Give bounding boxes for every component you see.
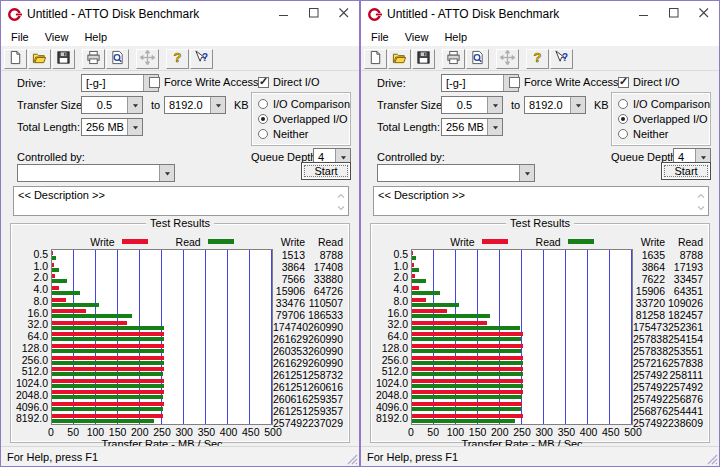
radio-neither[interactable]: Neither [258, 128, 344, 140]
value-row: 79706186533 [273, 309, 345, 321]
maximize-button[interactable] [299, 1, 329, 27]
transfer-to-select[interactable]: 8192.0 [164, 96, 226, 114]
legend-write-label: Write [450, 236, 474, 248]
menu-view[interactable]: View [397, 29, 437, 45]
radio-i-o-comparison[interactable]: I/O Comparison [618, 98, 704, 110]
chart-row [52, 354, 272, 366]
close-button[interactable] [689, 1, 719, 27]
force-write-access-checkbox[interactable]: Force Write Access [149, 76, 259, 88]
value-row: 257492258111 [633, 369, 705, 381]
dropdown-arrow-icon[interactable] [159, 165, 174, 181]
force-write-access-checkbox[interactable]: Force Write Access [509, 76, 619, 88]
dropdown-arrow-icon[interactable] [210, 97, 225, 113]
radio-circle[interactable] [258, 99, 268, 109]
chart-plot-area [411, 249, 633, 425]
open-button[interactable] [388, 49, 411, 69]
x-tick-label: 200 [491, 426, 509, 438]
radio-i-o-comparison[interactable]: I/O Comparison [258, 98, 344, 110]
total-length-select[interactable]: 256 MB [441, 118, 503, 136]
maximize-button[interactable] [659, 1, 689, 27]
checkbox-box[interactable] [149, 77, 160, 88]
menu-view[interactable]: View [37, 29, 77, 45]
result-values-column: 1635878838641719376223345715906643513372… [633, 249, 705, 425]
menu-help[interactable]: Help [76, 29, 115, 45]
description-field[interactable]: << Description >> [13, 186, 349, 216]
resize-grip-icon[interactable] [706, 453, 718, 465]
transfer-to-select[interactable]: 8192.0 [524, 96, 586, 114]
context-help-button[interactable]: ? [190, 49, 213, 69]
app-window-left: Untitled - ATTO Disk Benchmark FileViewH… [0, 0, 360, 467]
controlled-by-select[interactable] [17, 164, 175, 182]
checkbox-box[interactable] [509, 77, 520, 88]
save-button[interactable] [412, 49, 435, 69]
help-button[interactable]: ? [166, 49, 189, 69]
size-labels-column: 0.51.02.04.08.016.032.064.0128.0256.0512… [13, 249, 51, 425]
scroll-down-icon[interactable] [337, 202, 345, 214]
write-bar [412, 414, 523, 418]
transfer-from-select[interactable]: 0.5 [441, 96, 503, 114]
save-button[interactable] [52, 49, 75, 69]
radio-circle[interactable] [618, 99, 628, 109]
open-button[interactable] [28, 49, 51, 69]
drive-select[interactable]: [-g-] [441, 74, 519, 92]
legend-row: Write Read Write Read [373, 234, 705, 249]
chart-row [412, 250, 632, 262]
scroll-up-icon[interactable] [337, 190, 345, 202]
radio-circle[interactable] [258, 114, 268, 124]
direct-io-checkbox[interactable]: Direct I/O [258, 76, 319, 88]
radio-circle[interactable] [258, 129, 268, 139]
new-button[interactable] [4, 49, 27, 69]
direct-io-checkbox[interactable]: Direct I/O [618, 76, 679, 88]
new-button[interactable] [364, 49, 387, 69]
total-length-select[interactable]: 256 MB [81, 118, 143, 136]
print-preview-button[interactable] [466, 49, 489, 69]
radio-label: I/O Comparison [273, 98, 350, 110]
start-button[interactable]: Start [301, 162, 351, 180]
checkbox-box[interactable] [618, 77, 629, 88]
radio-overlapped-i-o[interactable]: Overlapped I/O [258, 113, 344, 125]
transfer-size-label: 8.0 [13, 296, 51, 308]
minimize-button[interactable] [269, 1, 299, 27]
start-button[interactable]: Start [661, 162, 711, 180]
scroll-up-icon[interactable] [697, 190, 705, 202]
print-button[interactable] [442, 49, 465, 69]
minimize-icon [639, 8, 649, 20]
test-results-group: Test Results Write Read Write Read 0.51.… [10, 223, 350, 443]
dropdown-arrow-icon[interactable] [127, 97, 142, 113]
print-button[interactable] [82, 49, 105, 69]
controls-panel: Drive: [-g-] Force Write Access Direct I… [361, 71, 719, 219]
menu-file[interactable]: File [363, 29, 397, 45]
transfer-from-select[interactable]: 0.5 [81, 96, 143, 114]
radio-circle[interactable] [618, 129, 628, 139]
transfer-size-label: Transfer Size: [377, 99, 445, 111]
description-scrollbar[interactable] [694, 188, 707, 214]
description-field[interactable]: << Description >> [373, 186, 709, 216]
dropdown-arrow-icon[interactable] [519, 165, 534, 181]
description-scrollbar[interactable] [334, 188, 347, 214]
dropdown-arrow-icon[interactable] [127, 119, 142, 135]
chart-row [412, 366, 632, 378]
read-bar [52, 337, 164, 341]
minimize-button[interactable] [629, 1, 659, 27]
radio-circle[interactable] [618, 114, 628, 124]
dropdown-arrow-icon[interactable] [487, 97, 502, 113]
chart-row [52, 296, 272, 308]
dropdown-arrow-icon[interactable] [487, 119, 502, 135]
controlled-by-select[interactable] [377, 164, 535, 182]
controls-panel: Drive: [-g-] Force Write Access Direct I… [1, 71, 359, 219]
dropdown-arrow-icon[interactable] [570, 97, 585, 113]
radio-overlapped-i-o[interactable]: Overlapped I/O [618, 113, 704, 125]
drive-select[interactable]: [-g-] [81, 74, 159, 92]
help-button[interactable]: ? [526, 49, 549, 69]
close-button[interactable] [329, 1, 359, 27]
print-preview-button[interactable] [106, 49, 129, 69]
menu-help[interactable]: Help [436, 29, 475, 45]
context-help-button[interactable]: ? [550, 49, 573, 69]
menu-file[interactable]: File [3, 29, 37, 45]
scroll-down-icon[interactable] [697, 202, 705, 214]
radio-neither[interactable]: Neither [618, 128, 704, 140]
io-mode-radio-group: I/O ComparisonOverlapped I/ONeither [611, 92, 711, 146]
resize-grip-icon[interactable] [346, 453, 358, 465]
checkbox-box[interactable] [258, 77, 269, 88]
write-bar [52, 286, 59, 290]
